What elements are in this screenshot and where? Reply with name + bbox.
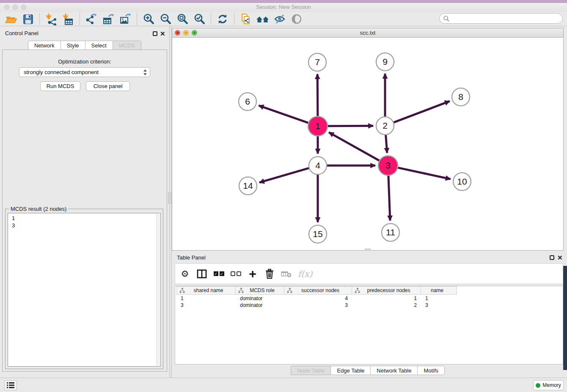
zoom-fit-button[interactable]	[174, 12, 191, 26]
tab-network[interactable]: Network	[28, 41, 61, 50]
table-header-row: shared nameMCDS rolesuccessor nodesprede…	[176, 286, 457, 295]
export-network-button[interactable]	[83, 12, 100, 26]
table-settings-button[interactable]: ⚙	[179, 268, 190, 280]
graph-node-6[interactable]: 6	[239, 93, 256, 110]
memory-button[interactable]: Memory	[533, 380, 564, 390]
tab-select[interactable]: Select	[85, 41, 113, 50]
column-header-name[interactable]: name	[421, 286, 457, 295]
tab-network-table[interactable]: Network Table	[370, 366, 417, 375]
graph-node-2[interactable]: 2	[376, 117, 394, 135]
tab-node-table[interactable]: Node Table	[291, 366, 331, 375]
tab-motifs[interactable]: Motifs	[417, 366, 445, 375]
close-panel-button[interactable]: Close panel	[86, 81, 130, 91]
table-cell[interactable]: dominator	[236, 295, 284, 302]
network-close-button[interactable]: ✕	[175, 30, 180, 36]
graph-edge-1-6[interactable]	[259, 105, 308, 123]
table-row[interactable]: 1dominator411	[176, 295, 561, 302]
graph-node-11[interactable]: 11	[382, 224, 399, 241]
table-cell[interactable]: 2	[352, 302, 421, 309]
network-window-titlebar[interactable]: ✕ − + scc.txt	[172, 28, 563, 38]
select-all-button[interactable]: ✓✓	[213, 268, 224, 280]
copy-network-button[interactable]	[237, 12, 254, 26]
zoom-selected-button[interactable]	[191, 12, 208, 26]
table-cell[interactable]: 3	[176, 302, 236, 309]
delete-column-button[interactable]	[264, 268, 275, 280]
task-history-button[interactable]	[4, 380, 17, 390]
graph-edge-3-1[interactable]	[329, 133, 379, 161]
table-panel-header: Table Panel ✕	[172, 253, 564, 263]
tab-style[interactable]: Style	[61, 41, 85, 50]
home-button[interactable]	[254, 12, 271, 26]
graph-node-3[interactable]: 3	[378, 156, 398, 175]
deselect-all-button[interactable]	[230, 268, 241, 280]
network-minimize-button[interactable]: −	[183, 30, 189, 36]
table-cell[interactable]: 1	[421, 295, 457, 302]
zoom-out-button[interactable]	[157, 12, 174, 26]
mcds-result-textarea[interactable]: 1 3	[8, 213, 161, 367]
graph-node-7[interactable]: 7	[308, 53, 326, 71]
export-image-button[interactable]	[117, 12, 134, 26]
maximize-window-button[interactable]	[21, 5, 26, 10]
export-table-button[interactable]	[100, 12, 117, 26]
table-cell[interactable]: dominator	[236, 302, 284, 309]
minimize-window-button[interactable]	[13, 5, 18, 10]
open-session-button[interactable]	[3, 12, 19, 26]
export-network-icon	[85, 13, 98, 25]
search-box[interactable]	[439, 13, 563, 24]
refresh-view-button[interactable]	[214, 12, 231, 26]
split-panel-button[interactable]	[196, 268, 207, 280]
network-resize-handle[interactable]	[365, 248, 371, 251]
graph-edge-2-8[interactable]	[394, 101, 450, 122]
float-table-panel-icon[interactable]	[550, 255, 554, 260]
graph-edge-1-2[interactable]	[328, 126, 373, 126]
graph-edge-3-11[interactable]	[388, 176, 390, 221]
column-header-label: name	[421, 287, 457, 293]
network-maximize-button[interactable]: +	[192, 30, 197, 36]
close-panel-icon[interactable]: ✕	[160, 31, 165, 36]
close-table-panel-icon[interactable]: ✕	[557, 255, 563, 260]
import-network-button[interactable]	[43, 12, 60, 26]
criterion-dropdown[interactable]: strongly connected component	[19, 67, 150, 77]
column-header-shared-name[interactable]: shared name	[176, 286, 236, 295]
table-cell[interactable]: 3	[284, 302, 352, 309]
node-table: shared nameMCDS rolesuccessor nodesprede…	[175, 286, 563, 364]
result-scrollbar[interactable]	[156, 214, 160, 366]
delete-table-button[interactable]	[281, 268, 292, 280]
network-canvas[interactable]: 1234678910111415	[172, 38, 563, 250]
graph-node-9[interactable]: 9	[376, 53, 394, 71]
toggle-visibility-button[interactable]	[271, 12, 288, 26]
graph-edge-1-7[interactable]	[317, 74, 318, 116]
search-input[interactable]	[450, 14, 562, 23]
column-header-predecessor-nodes[interactable]: predecessor nodes	[352, 286, 421, 295]
graph-edge-2-3[interactable]	[386, 135, 387, 153]
graph-node-15[interactable]: 15	[309, 225, 327, 243]
table-cell[interactable]: 1	[352, 295, 421, 302]
save-session-button[interactable]	[19, 12, 36, 26]
graph-node-8[interactable]: 8	[452, 88, 470, 106]
graph-node-1[interactable]: 1	[308, 116, 328, 136]
graph-node-14[interactable]: 14	[239, 177, 257, 195]
table-cell[interactable]: 1	[176, 295, 236, 302]
table-row[interactable]: 3dominator323	[176, 302, 561, 309]
tab-mcds[interactable]: MCDS	[113, 41, 141, 50]
graph-edge-4-14[interactable]	[259, 168, 309, 182]
column-header-successor-nodes[interactable]: successor nodes	[284, 286, 352, 295]
table-cell[interactable]: 3	[421, 302, 457, 309]
close-window-button[interactable]	[4, 5, 9, 10]
graph-edge-3-10[interactable]	[398, 168, 450, 179]
run-mcds-button[interactable]: Run MCDS	[40, 81, 80, 91]
function-builder-button[interactable]: f(x)	[298, 268, 312, 280]
add-column-button[interactable]: +	[247, 268, 258, 280]
zoom-in-button[interactable]	[140, 12, 157, 26]
graph-node-10[interactable]: 10	[453, 173, 471, 190]
home-icon	[256, 13, 270, 25]
eye-button[interactable]	[288, 12, 305, 26]
column-header-MCDS-role[interactable]: MCDS role	[236, 286, 284, 295]
float-panel-icon[interactable]	[153, 31, 157, 36]
import-table-button[interactable]	[60, 12, 77, 26]
table-cell[interactable]: 4	[284, 295, 352, 302]
tab-edge-table[interactable]: Edge Table	[330, 366, 370, 375]
divider-handle[interactable]	[168, 193, 172, 204]
window-accent-strip	[0, 0, 567, 3]
graph-node-4[interactable]: 4	[309, 157, 327, 174]
